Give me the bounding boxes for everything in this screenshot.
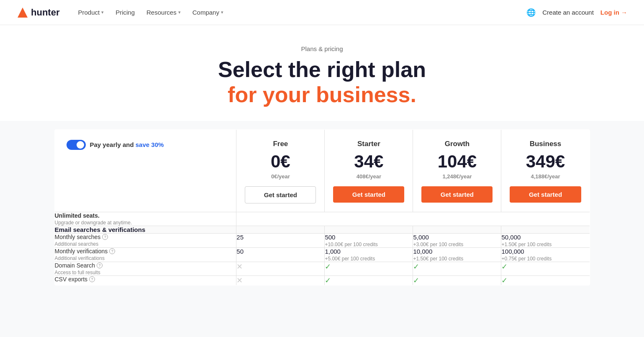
- csv-exports-starter-value: ✓: [325, 275, 413, 285]
- section-spacer-business: [501, 226, 590, 233]
- monthly-verifications-starter-value: 1,000 +5.00€ per 100 credits: [325, 247, 413, 262]
- unlimited-seats-spacer: [236, 212, 590, 226]
- plan-free-price: 0€: [245, 152, 316, 172]
- section-spacer-growth: [413, 226, 501, 233]
- monthly-verifications-label: Monthly verifications ?: [55, 248, 236, 255]
- csv-exports-row: CSV exports ? ✕ ✓ ✓ ✓: [54, 275, 590, 285]
- csv-exports-feature-cell: CSV exports ?: [54, 275, 236, 285]
- plan-growth-btn[interactable]: Get started: [421, 186, 493, 203]
- monthly-searches-info-icon[interactable]: ?: [102, 234, 108, 240]
- check-icon: ✓: [501, 276, 508, 285]
- nav-links: Product ▾ Pricing Resources ▾ Company ▾: [73, 5, 526, 19]
- monthly-searches-business-value: 50,000 +1.50€ per 100 credits: [501, 233, 590, 247]
- section-label-cell: Email searches & verifications: [54, 226, 236, 233]
- unlimited-seats-cell: Unlimited seats. Upgrade or downgrade at…: [54, 212, 236, 226]
- unlimited-seats-label: Unlimited seats.: [55, 212, 236, 219]
- plan-starter-header: Starter 34€ 408€/year Get started: [325, 129, 413, 212]
- plan-business-price-sub: 4,188€/year: [510, 173, 581, 180]
- plan-starter-btn[interactable]: Get started: [333, 186, 404, 203]
- plan-free-price-sub: 0€/year: [245, 173, 316, 180]
- domain-search-info-icon[interactable]: ?: [97, 262, 103, 268]
- globe-icon[interactable]: 🌐: [526, 8, 536, 17]
- domain-search-free-value: ✕: [236, 262, 325, 275]
- toggle-label: Pay yearly and save 30%: [90, 141, 164, 148]
- logo[interactable]: hunter: [17, 7, 59, 18]
- csv-exports-growth-value: ✓: [413, 275, 501, 285]
- hero-title: Select the right plan for your business.: [8, 57, 636, 108]
- section-header-row: Email searches & verifications: [54, 226, 590, 233]
- toggle-cell: Pay yearly and save 30%: [54, 129, 236, 212]
- pricing-table: Pay yearly and save 30% Free 0€ 0€/year …: [54, 129, 590, 286]
- logo-text: hunter: [31, 7, 59, 18]
- domain-search-growth-value: ✓: [413, 262, 501, 275]
- unlimited-seats-sub: Upgrade or downgrade at anytime.: [55, 220, 236, 226]
- nav-product[interactable]: Product ▾: [73, 5, 109, 19]
- monthly-searches-growth-value: 5,000 +3.00€ per 100 credits: [413, 233, 501, 247]
- check-icon: ✓: [413, 262, 419, 271]
- monthly-searches-feature-cell: Monthly searches ? Additional searches: [54, 233, 236, 247]
- csv-exports-free-value: ✕: [236, 275, 325, 285]
- chevron-down-icon: ▾: [221, 10, 223, 15]
- hero-subtitle: Plans & pricing: [8, 45, 636, 52]
- nav-right: 🌐 Create an account Log in →: [526, 8, 627, 17]
- monthly-verifications-info-icon[interactable]: ?: [109, 248, 115, 254]
- plan-starter-name: Starter: [333, 140, 404, 148]
- plan-growth-name: Growth: [421, 140, 493, 148]
- section-label: Email searches & verifications: [55, 226, 236, 233]
- domain-search-business-value: ✓: [501, 262, 590, 275]
- plan-free-btn[interactable]: Get started: [245, 186, 316, 203]
- plan-free-header: Free 0€ 0€/year Get started: [236, 129, 325, 212]
- monthly-searches-starter-value: 500 +10.00€ per 100 credits: [325, 233, 413, 247]
- csv-exports-business-value: ✓: [501, 275, 590, 285]
- yearly-toggle[interactable]: [67, 140, 86, 150]
- toggle-knob: [77, 141, 84, 149]
- plan-business-header: Business 349€ 4,188€/year Get started: [501, 129, 590, 212]
- nav-resources[interactable]: Resources ▾: [141, 5, 186, 19]
- csv-exports-label: CSV exports ?: [55, 276, 236, 283]
- monthly-verifications-growth-value: 10,000 +1.50€ per 100 credits: [413, 247, 501, 262]
- domain-search-row: Domain Search ? Access to full results ✕…: [54, 262, 590, 275]
- monthly-verifications-business-value: 100,000 +0.75€ per 100 credits: [501, 247, 590, 262]
- domain-search-label: Domain Search ?: [55, 262, 236, 269]
- chevron-down-icon: ▾: [178, 10, 181, 15]
- login-link[interactable]: Log in →: [600, 9, 627, 16]
- navbar: hunter Product ▾ Pricing Resources ▾ Com…: [0, 0, 644, 25]
- cross-icon: ✕: [236, 276, 243, 285]
- plan-growth-price: 104€: [421, 152, 493, 172]
- csv-exports-info-icon[interactable]: ?: [89, 276, 95, 282]
- nav-company[interactable]: Company ▾: [187, 5, 228, 19]
- monthly-verifications-row: Monthly verifications ? Additional verif…: [54, 247, 590, 262]
- domain-search-feature-cell: Domain Search ? Access to full results: [54, 262, 236, 275]
- plan-business-btn[interactable]: Get started: [510, 186, 581, 203]
- domain-search-sub: Access to full results: [55, 270, 236, 275]
- check-icon: ✓: [413, 276, 419, 285]
- monthly-searches-label: Monthly searches ?: [55, 234, 236, 240]
- check-icon: ✓: [501, 262, 508, 271]
- hero-title-line1: Select the right plan: [218, 57, 426, 82]
- monthly-verifications-sub: Additional verifications: [55, 255, 236, 261]
- nav-pricing[interactable]: Pricing: [110, 5, 140, 19]
- hero-title-line2: for your business.: [228, 82, 416, 107]
- plan-business-price: 349€: [510, 152, 581, 172]
- toggle-save-label: save 30%: [136, 141, 164, 148]
- plan-growth-price-sub: 1,248€/year: [421, 173, 493, 180]
- hero-section: Plans & pricing Select the right plan fo…: [0, 25, 644, 121]
- create-account-link[interactable]: Create an account: [542, 9, 594, 16]
- domain-search-starter-value: ✓: [325, 262, 413, 275]
- monthly-searches-row: Monthly searches ? Additional searches 2…: [54, 233, 590, 247]
- cross-icon: ✕: [236, 262, 243, 271]
- monthly-verifications-feature-cell: Monthly verifications ? Additional verif…: [54, 247, 236, 262]
- plan-starter-price-sub: 408€/year: [333, 173, 404, 180]
- plan-growth-header: Growth 104€ 1,248€/year Get started: [413, 129, 501, 212]
- monthly-searches-sub: Additional searches: [55, 241, 236, 247]
- plan-business-name: Business: [510, 140, 581, 148]
- plan-header-row: Pay yearly and save 30% Free 0€ 0€/year …: [54, 129, 590, 212]
- svg-marker-0: [18, 8, 28, 18]
- check-icon: ✓: [325, 276, 331, 285]
- section-spacer-starter: [325, 226, 413, 233]
- toggle-row: Pay yearly and save 30%: [67, 140, 225, 150]
- plan-free-name: Free: [245, 140, 316, 148]
- chevron-down-icon: ▾: [101, 10, 104, 15]
- unlimited-seats-row: Unlimited seats. Upgrade or downgrade at…: [54, 212, 590, 226]
- section-spacer-free: [236, 226, 325, 233]
